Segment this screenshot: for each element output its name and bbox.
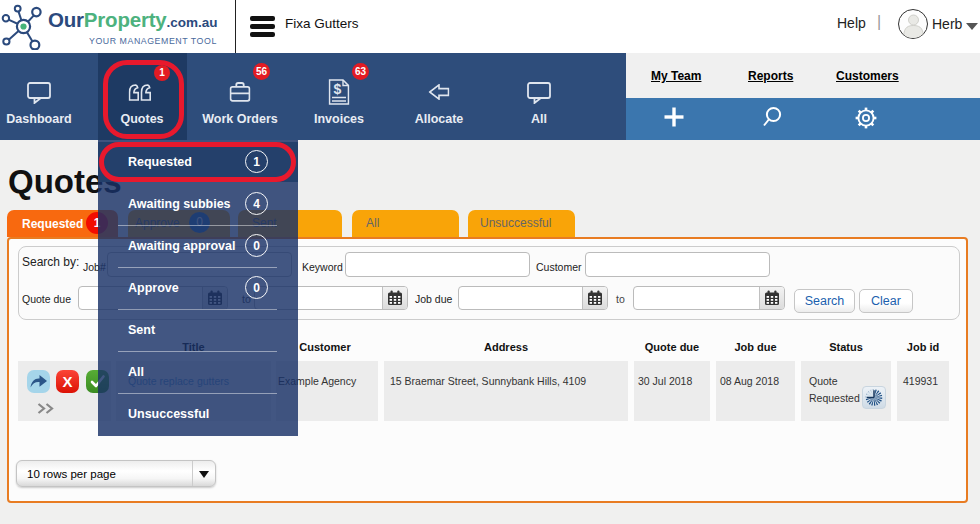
svg-text:$: $ — [334, 81, 342, 97]
